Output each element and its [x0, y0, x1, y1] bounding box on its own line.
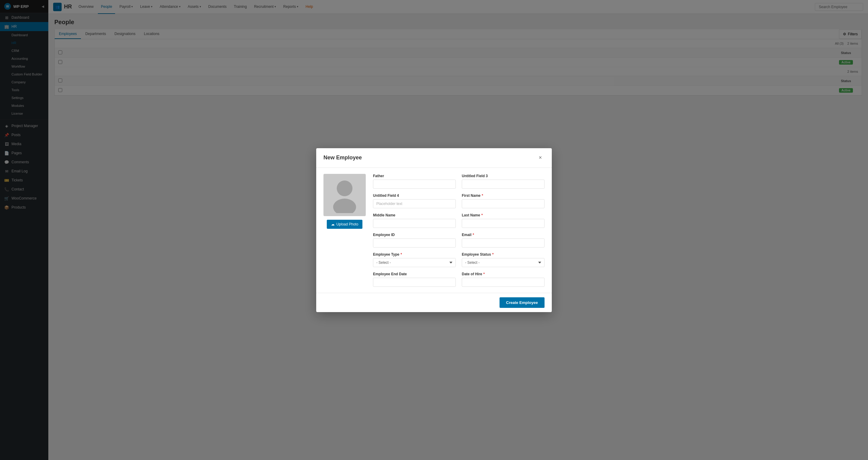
form-grid: Father Untitled Field 3 Untitled Field 4	[373, 174, 545, 287]
required-star-last-name: *	[482, 213, 483, 217]
form-group-father: Father	[373, 174, 456, 189]
modal-header: New Employee ×	[316, 148, 552, 168]
required-star-date-of-hire: *	[483, 272, 485, 276]
select-employee-type[interactable]: - Select -	[373, 258, 456, 267]
label-employee-type: Employee Type *	[373, 252, 456, 257]
form-group-email: Email *	[462, 233, 545, 248]
input-last-name[interactable]	[462, 219, 545, 228]
input-untitled3[interactable]	[462, 179, 545, 189]
label-employee-end-date: Employee End Date	[373, 272, 456, 276]
required-star-first-name: *	[482, 194, 483, 198]
label-untitled3: Untitled Field 3	[462, 174, 545, 178]
modal-form: Father Untitled Field 3 Untitled Field 4	[373, 174, 545, 287]
form-group-first-name: First Name *	[462, 194, 545, 208]
label-untitled4: Untitled Field 4	[373, 194, 456, 198]
label-email: Email *	[462, 233, 545, 237]
label-middle-name: Middle Name	[373, 213, 456, 217]
label-father: Father	[373, 174, 456, 178]
modal-body: ☁ Upload Photo Father Untitled Field 3	[316, 168, 552, 293]
label-employee-status: Employee Status *	[462, 252, 545, 257]
upload-photo-button[interactable]: ☁ Upload Photo	[327, 220, 363, 229]
modal-overlay: New Employee × ☁ Upload Photo	[0, 0, 868, 460]
input-first-name[interactable]	[462, 199, 545, 208]
input-date-of-hire[interactable]	[462, 278, 545, 287]
form-group-employee-type: Employee Type * - Select -	[373, 252, 456, 267]
create-employee-button[interactable]: Create Employee	[499, 297, 545, 308]
new-employee-modal: New Employee × ☁ Upload Photo	[316, 148, 552, 312]
label-date-of-hire: Date of Hire *	[462, 272, 545, 276]
form-group-date-of-hire: Date of Hire *	[462, 272, 545, 287]
form-group-employee-end-date: Employee End Date	[373, 272, 456, 287]
input-father[interactable]	[373, 179, 456, 189]
avatar-svg	[330, 177, 360, 213]
form-group-untitled3: Untitled Field 3	[462, 174, 545, 189]
modal-title: New Employee	[323, 155, 362, 161]
input-untitled4[interactable]	[373, 199, 456, 208]
svg-point-0	[337, 180, 352, 196]
input-email[interactable]	[462, 238, 545, 248]
input-employee-end-date[interactable]	[373, 278, 456, 287]
label-last-name: Last Name *	[462, 213, 545, 217]
form-group-untitled4: Untitled Field 4	[373, 194, 456, 208]
required-star-employee-status: *	[492, 252, 494, 257]
svg-point-1	[333, 199, 356, 213]
form-group-employee-status: Employee Status * - Select -	[462, 252, 545, 267]
modal-left-panel: ☁ Upload Photo	[323, 174, 366, 287]
label-employee-id: Employee ID	[373, 233, 456, 237]
label-first-name: First Name *	[462, 194, 545, 198]
input-employee-id[interactable]	[373, 238, 456, 248]
modal-footer: Create Employee	[316, 293, 552, 312]
upload-icon: ☁	[331, 222, 335, 226]
avatar-placeholder	[323, 174, 366, 216]
modal-close-button[interactable]: ×	[536, 154, 545, 162]
input-middle-name[interactable]	[373, 219, 456, 228]
select-employee-status[interactable]: - Select -	[462, 258, 545, 267]
form-group-employee-id: Employee ID	[373, 233, 456, 248]
form-group-middle-name: Middle Name	[373, 213, 456, 228]
form-group-last-name: Last Name *	[462, 213, 545, 228]
required-star-employee-type: *	[401, 252, 402, 257]
required-star-email: *	[473, 233, 474, 237]
